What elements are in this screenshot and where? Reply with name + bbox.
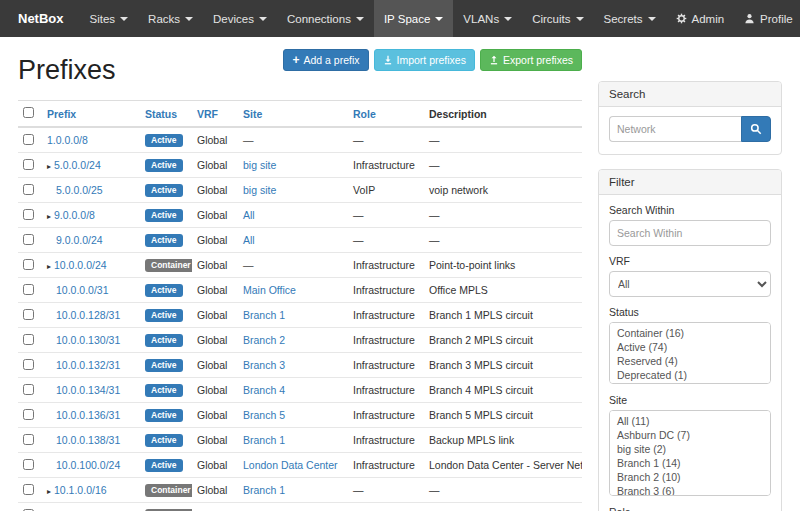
nav-item-circuits[interactable]: Circuits [522,0,593,37]
row-checkbox[interactable] [23,409,34,420]
search-within-input[interactable] [609,220,771,246]
user-icon [744,13,755,24]
site-option[interactable]: Branch 3 (6) [614,484,766,496]
expand-arrow-icon[interactable]: ▸ [47,212,51,221]
prefix-link[interactable]: 10.0.0.0/31 [56,284,109,296]
site-link[interactable]: All [243,234,255,246]
site-option[interactable]: Branch 1 (14) [614,456,766,470]
row-checkbox[interactable] [23,209,34,220]
search-panel-title: Search [599,82,781,107]
column-header-status[interactable]: Status [140,101,192,128]
site-link[interactable]: Branch 1 [243,484,285,496]
site-link[interactable]: Branch 1 [243,309,285,321]
status-badge: Container [145,484,192,497]
status-option[interactable]: Deprecated (1) [614,368,766,382]
row-checkbox[interactable] [23,384,34,395]
column-header-role[interactable]: Role [348,101,424,128]
row-checkbox[interactable] [23,334,34,345]
site-link[interactable]: big site [243,184,276,196]
export-prefixes-label: Export prefixes [503,54,573,66]
row-checkbox[interactable] [23,359,34,370]
description-cell: Branch 1 MPLS circuit [424,303,582,328]
site-link[interactable]: Branch 3 [243,359,285,371]
site-filter-select[interactable]: All (11)Ashburn DC (7)big site (2)Branch… [609,410,771,496]
nav-item-secrets[interactable]: Secrets [594,0,666,37]
add-prefix-button[interactable]: + Add a prefix [283,49,368,71]
select-all-checkbox[interactable] [23,107,34,118]
vrf-cell: Global [192,503,238,511]
nav-item-ip-space[interactable]: IP Space [374,0,453,37]
site-option[interactable]: All (11) [614,414,766,428]
site-option[interactable]: Branch 2 (10) [614,470,766,484]
vrf-cell: Global [192,328,238,353]
row-checkbox[interactable] [23,284,34,295]
status-option[interactable]: Reserved (4) [614,354,766,368]
prefix-link[interactable]: 10.0.100.0/24 [56,459,120,471]
row-checkbox[interactable] [23,434,34,445]
role-cell: — [348,478,424,503]
prefix-link[interactable]: 10.0.0.132/31 [56,359,120,371]
site-link[interactable]: Branch 5 [243,409,285,421]
profile-link[interactable]: Profile [734,0,800,37]
row-checkbox[interactable] [23,309,34,320]
admin-link[interactable]: Admin [666,0,735,37]
prefix-link[interactable]: 1.0.0.0/8 [47,134,88,146]
site-link[interactable]: All [243,209,255,221]
site-link[interactable]: big site [243,159,276,171]
search-input[interactable] [609,116,741,142]
vrf-select[interactable]: All [609,271,771,297]
site-link[interactable]: Branch 2 [243,334,285,346]
prefix-link[interactable]: 10.0.0.134/31 [56,384,120,396]
site-link[interactable]: London Data Center [243,459,338,471]
expand-arrow-icon[interactable]: ▸ [47,487,51,496]
prefix-link[interactable]: 10.0.0.130/31 [56,334,120,346]
row-checkbox[interactable] [23,234,34,245]
row-checkbox[interactable] [23,134,34,145]
nav-item-devices[interactable]: Devices [203,0,277,37]
nav-item-sites[interactable]: Sites [80,0,139,37]
status-badge: Container [145,259,192,272]
table-row: 5.0.0.0/25ActiveGlobalbig siteVoIPvoip n… [18,178,582,203]
nav-item-connections[interactable]: Connections [277,0,374,37]
prefix-link[interactable]: 9.0.0.0/24 [56,234,103,246]
status-filter-select[interactable]: Container (16)Active (74)Reserved (4)Dep… [609,322,771,384]
expand-arrow-icon[interactable]: ▸ [47,162,51,171]
site-option[interactable]: big site (2) [614,442,766,456]
vrf-cell: Global [192,403,238,428]
nav-item-vlans[interactable]: VLANs [453,0,522,37]
column-header-site[interactable]: Site [238,101,348,128]
description-cell: — [424,153,582,178]
prefix-link[interactable]: 10.0.0.0/24 [54,259,107,271]
status-badge: Active [145,409,183,422]
row-checkbox[interactable] [23,159,34,170]
site-link[interactable]: Main Office [243,284,296,296]
prefix-link[interactable]: 10.0.0.128/31 [56,309,120,321]
site-option[interactable]: Ashburn DC (7) [614,428,766,442]
row-checkbox[interactable] [23,459,34,470]
export-prefixes-button[interactable]: Export prefixes [480,49,582,71]
expand-arrow-icon[interactable]: ▸ [47,262,51,271]
brand[interactable]: NetBox [0,0,80,37]
prefix-link[interactable]: 10.1.0.0/16 [54,484,107,496]
row-checkbox[interactable] [23,184,34,195]
prefix-link[interactable]: 5.0.0.0/25 [56,184,103,196]
status-option[interactable]: Container (16) [614,326,766,340]
prefix-link[interactable]: 10.0.0.138/31 [56,434,120,446]
row-checkbox[interactable] [23,484,34,495]
nav-menu: SitesRacksDevicesConnectionsIP SpaceVLAN… [80,0,666,37]
column-header-vrf[interactable]: VRF [192,101,238,128]
site-link[interactable]: Branch 1 [243,434,285,446]
role-cell: Infrastructure [348,453,424,478]
nav-item-racks[interactable]: Racks [138,0,203,37]
status-badge: Active [145,434,183,447]
import-prefixes-button[interactable]: Import prefixes [374,49,475,71]
description-cell: — [424,127,582,153]
site-link[interactable]: Branch 4 [243,384,285,396]
prefix-link[interactable]: 5.0.0.0/24 [54,159,101,171]
search-button[interactable] [741,116,771,142]
row-checkbox[interactable] [23,259,34,270]
prefix-link[interactable]: 9.0.0.0/8 [54,209,95,221]
status-option[interactable]: Active (74) [614,340,766,354]
column-header-prefix[interactable]: Prefix [42,101,140,128]
prefix-link[interactable]: 10.0.0.136/31 [56,409,120,421]
